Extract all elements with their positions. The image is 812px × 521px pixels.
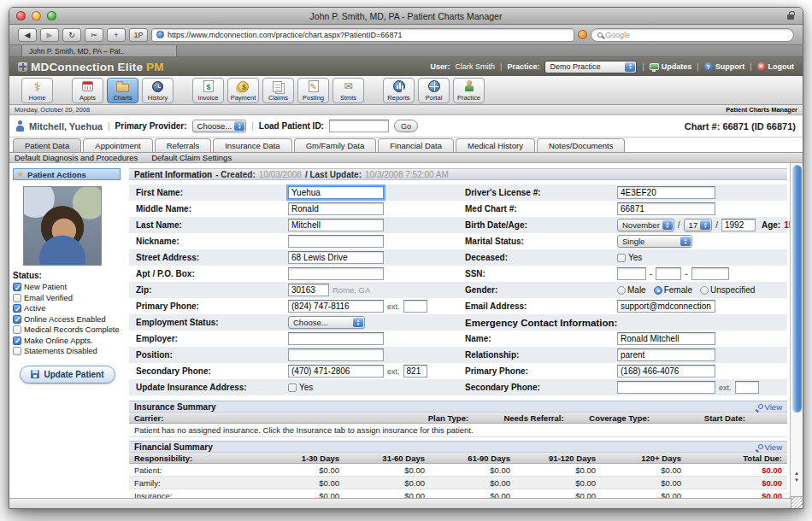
tab-financial-data[interactable]: Financial Data <box>378 138 454 152</box>
first-name-input[interactable] <box>288 186 384 199</box>
toolbar-payment-button[interactable]: Payment <box>227 78 259 103</box>
support-link[interactable]: Support <box>704 62 745 71</box>
gender-female-option[interactable]: Female <box>654 285 692 295</box>
default-diagnosis-link[interactable]: Default Diagnosis and Procedures <box>15 153 138 162</box>
toolbar-posting-button[interactable]: Posting <box>297 78 329 103</box>
checkbox-icon[interactable] <box>13 315 21 324</box>
status-statements-disabled[interactable]: Statements Disabled <box>13 346 126 357</box>
ssn-input-2[interactable] <box>656 267 681 280</box>
status-new-patient[interactable]: New Patient <box>13 282 126 293</box>
marital-status-select[interactable]: Single <box>617 235 692 248</box>
default-claim-settings-link[interactable]: Default Claim Settings <box>151 153 232 162</box>
primary-provider-select[interactable]: Choose... <box>192 120 247 132</box>
snip-button[interactable]: ✂ <box>85 28 103 42</box>
ec-primary-phone-input[interactable] <box>617 365 715 378</box>
back-button[interactable]: ◀ <box>18 28 37 42</box>
zip-input[interactable] <box>288 284 329 296</box>
tab-referrals[interactable]: Referrals <box>155 138 212 152</box>
checkbox-icon[interactable] <box>13 325 21 334</box>
ec-secondary-phone-ext-input[interactable] <box>735 381 759 394</box>
status-medical-records[interactable]: Medical Records Complete <box>13 325 126 336</box>
toolbar-history-button[interactable]: History <box>142 78 174 103</box>
scrollbar-thumb[interactable] <box>792 165 802 413</box>
tab-appointment[interactable]: Appointment <box>83 138 152 152</box>
search-input[interactable]: Google <box>591 28 794 42</box>
birth-month-select[interactable]: November <box>617 219 674 231</box>
checkbox-icon[interactable] <box>13 347 21 355</box>
financial-view-link[interactable]: View <box>758 442 782 452</box>
toolbar-portal-button[interactable]: Portal <box>418 78 450 103</box>
email-input[interactable] <box>617 300 715 313</box>
birth-day-select[interactable]: 17 <box>684 219 713 231</box>
toolbar-reports-button[interactable]: Reports <box>383 78 415 103</box>
toolbar-stmts-button[interactable]: ✉ Stmts <box>332 78 364 103</box>
tab-notes-documents[interactable]: Notes/Documents <box>537 138 626 152</box>
checkbox-icon[interactable] <box>13 294 21 302</box>
reload-button[interactable]: ↻ <box>62 28 81 42</box>
insurance-view-link[interactable]: View <box>758 402 782 412</box>
scroll-up-icon[interactable]: ▲ <box>794 471 799 477</box>
status-online-appts[interactable]: Make Online Appts. <box>13 336 126 347</box>
radio-icon[interactable] <box>617 286 626 295</box>
radio-icon[interactable] <box>700 286 709 295</box>
practice-select[interactable]: Demo Practice <box>544 61 637 73</box>
status-active[interactable]: Active <box>13 303 126 314</box>
ec-name-input[interactable] <box>617 332 715 345</box>
secondary-phone-input[interactable] <box>288 365 384 378</box>
toolbar-charts-button[interactable]: Charts <box>107 78 138 103</box>
browser-tab[interactable]: John P. Smith, MD, PA – Pat.. <box>21 45 177 56</box>
gender-unspecified-option[interactable]: Unspecified <box>700 285 755 295</box>
onepassword-button[interactable]: 1P <box>129 28 148 42</box>
primary-phone-ext-input[interactable] <box>403 300 427 313</box>
toolbar-practice-button[interactable]: Practice <box>453 78 485 103</box>
birth-year-input[interactable] <box>721 219 756 231</box>
toolbar-invoice-button[interactable]: Invoice <box>192 78 224 103</box>
last-name-input[interactable] <box>288 219 384 231</box>
checkbox-icon[interactable] <box>13 304 21 313</box>
license-input[interactable] <box>617 186 715 199</box>
logout-link[interactable]: Logout <box>757 62 795 71</box>
rss-icon[interactable] <box>578 30 587 39</box>
checkbox-icon[interactable] <box>13 283 21 291</box>
scroll-down-icon[interactable]: ▼ <box>794 477 799 483</box>
ec-secondary-phone-input[interactable] <box>617 381 715 394</box>
apt-po-box-input[interactable] <box>288 267 384 280</box>
address-bar[interactable]: https://www.mdconnection.com/practice/ch… <box>151 28 574 42</box>
updates-link[interactable]: Updates <box>650 62 692 71</box>
gender-male-option[interactable]: Male <box>617 285 646 295</box>
status-email-verified[interactable]: Email Verified <box>13 293 126 304</box>
deceased-checkbox[interactable] <box>617 254 626 262</box>
tab-medical-history[interactable]: Medical History <box>456 138 535 152</box>
middle-name-input[interactable] <box>288 202 384 215</box>
tab-gm-family-data[interactable]: Gm/Family Data <box>294 138 377 152</box>
update-insurance-checkbox[interactable] <box>288 383 297 392</box>
med-chart-input[interactable] <box>617 202 715 215</box>
relationship-input[interactable] <box>617 348 715 361</box>
toolbar-appts-button[interactable]: Appts <box>72 78 103 103</box>
new-tab-button[interactable]: + <box>107 28 126 42</box>
tab-patient-data[interactable]: Patient Data <box>13 138 81 152</box>
toolbar-home-button[interactable]: ⚕ Home <box>21 78 53 103</box>
patient-actions-header[interactable]: ★ Patient Actions <box>13 168 121 180</box>
resize-grip[interactable] <box>791 496 803 508</box>
update-patient-button[interactable]: Update Patient <box>20 366 115 383</box>
tab-insurance-data[interactable]: Insurance Data <box>213 138 291 152</box>
forward-button[interactable]: ▶ <box>40 28 59 42</box>
secondary-phone-ext-input[interactable] <box>403 365 427 378</box>
checkbox-icon[interactable] <box>13 337 21 345</box>
vertical-scrollbar[interactable]: ▲ ▼ <box>790 163 803 498</box>
employer-input[interactable] <box>288 332 384 345</box>
employment-status-select[interactable]: Choose... <box>288 316 365 329</box>
street-address-input[interactable] <box>288 251 384 264</box>
radio-icon[interactable] <box>654 286 662 295</box>
load-patient-input[interactable] <box>329 120 389 132</box>
ssn-input-1[interactable] <box>617 267 646 280</box>
ssn-input-3[interactable] <box>691 267 729 280</box>
status-online-access[interactable]: Online Access Enabled <box>13 314 126 325</box>
nickname-input[interactable] <box>288 235 384 248</box>
go-button[interactable]: Go <box>394 120 418 132</box>
primary-phone-input[interactable] <box>288 300 384 313</box>
scrollbar-arrows[interactable]: ▲ ▼ <box>791 467 803 486</box>
toolbar-claims-button[interactable]: Claims <box>262 78 294 103</box>
position-input[interactable] <box>288 348 384 361</box>
